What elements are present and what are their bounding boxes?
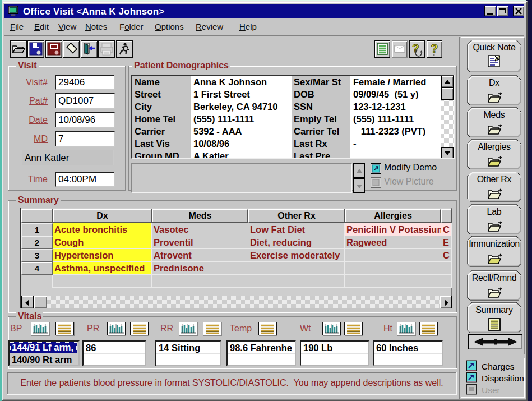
svg-text:?: ? xyxy=(431,42,438,56)
